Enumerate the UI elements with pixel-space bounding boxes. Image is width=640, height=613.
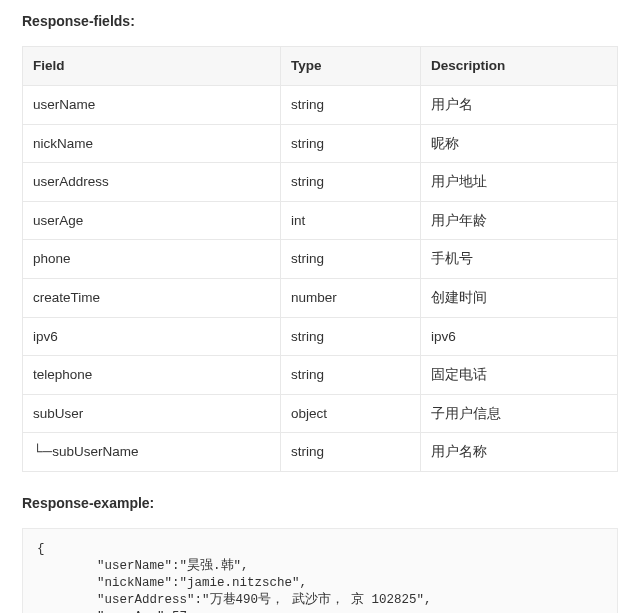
cell-type: string [281,356,421,395]
table-row: telephone string 固定电话 [23,356,618,395]
cell-type: string [281,317,421,356]
response-example-code: { "userName":"昊强.韩", "nickName":"jamie.n… [22,528,618,613]
cell-type: string [281,85,421,124]
cell-desc: ipv6 [421,317,618,356]
cell-field: subUser [23,394,281,433]
table-row: ipv6 string ipv6 [23,317,618,356]
cell-desc: 用户名称 [421,433,618,472]
cell-type: string [281,240,421,279]
cell-field: telephone [23,356,281,395]
table-row: userAddress string 用户地址 [23,163,618,202]
table-row: subUser object 子用户信息 [23,394,618,433]
cell-desc: 用户年龄 [421,201,618,240]
response-example-section: Response-example: { "userName":"昊强.韩", "… [22,492,618,613]
cell-field: userName [23,85,281,124]
cell-desc: 用户名 [421,85,618,124]
cell-desc: 创建时间 [421,278,618,317]
col-header-field: Field [23,47,281,86]
cell-field: userAddress [23,163,281,202]
response-example-heading: Response-example: [22,492,618,514]
api-doc-page: Response-fields: Field Type Description … [0,0,640,613]
cell-desc: 固定电话 [421,356,618,395]
table-row: createTime number 创建时间 [23,278,618,317]
response-fields-table: Field Type Description userName string 用… [22,46,618,472]
table-row: userName string 用户名 [23,85,618,124]
response-fields-section: Response-fields: Field Type Description … [22,10,618,472]
cell-field: phone [23,240,281,279]
table-header-row: Field Type Description [23,47,618,86]
cell-field: └─subUserName [23,433,281,472]
cell-desc: 手机号 [421,240,618,279]
cell-type: object [281,394,421,433]
cell-type: number [281,278,421,317]
response-fields-heading: Response-fields: [22,10,618,32]
cell-desc: 用户地址 [421,163,618,202]
table-row: └─subUserName string 用户名称 [23,433,618,472]
cell-type: string [281,163,421,202]
table-row: userAge int 用户年龄 [23,201,618,240]
cell-type: string [281,124,421,163]
cell-desc: 昵称 [421,124,618,163]
table-row: nickName string 昵称 [23,124,618,163]
cell-field: ipv6 [23,317,281,356]
col-header-type: Type [281,47,421,86]
cell-field: nickName [23,124,281,163]
table-row: phone string 手机号 [23,240,618,279]
cell-type: string [281,433,421,472]
col-header-description: Description [421,47,618,86]
cell-field: createTime [23,278,281,317]
cell-type: int [281,201,421,240]
cell-field: userAge [23,201,281,240]
cell-desc: 子用户信息 [421,394,618,433]
